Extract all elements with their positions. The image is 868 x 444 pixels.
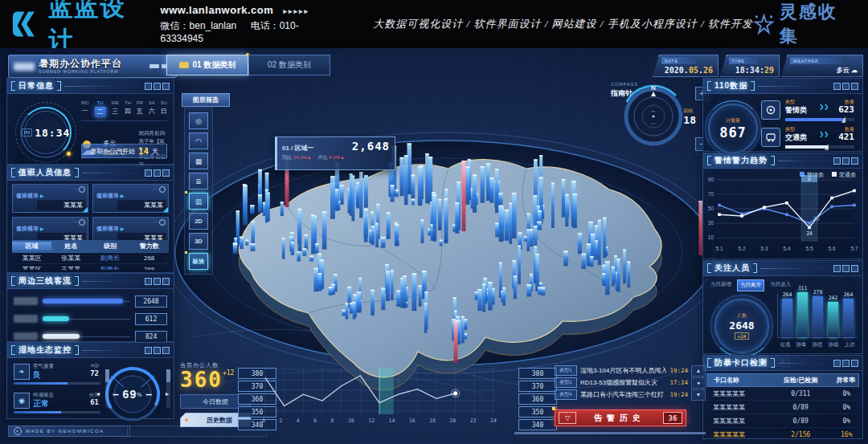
panel-minimize-icon[interactable] — [833, 265, 841, 272]
tooltip-region: 01 / 区域一 — [282, 144, 314, 153]
alert-list: 类型1湿地3-104片区有不明人员闯入19:24▲类型2RD13-53烟感报警疑… — [555, 365, 706, 401]
panel-fullscreen-icon[interactable] — [162, 278, 170, 285]
toggle-3D-button[interactable]: 3D — [189, 233, 208, 250]
compass-north: N — [651, 84, 656, 92]
panel-fullscreen-icon[interactable] — [162, 83, 170, 90]
bottom-scrollbar-thumb[interactable] — [514, 432, 706, 434]
ellipsis-icon: ··· — [154, 186, 158, 191]
weekday-TH[interactable]: TH四 — [125, 100, 131, 117]
panel-window-icon[interactable] — [154, 278, 161, 285]
flow-value: 2648 — [135, 295, 167, 308]
checkpoint-row[interactable]: 某某某某某0/890% — [706, 414, 859, 428]
weekday-SU[interactable]: SU日 — [161, 100, 167, 117]
panel-fullscreen-icon[interactable] — [851, 157, 858, 165]
panel-window-icon[interactable] — [842, 265, 850, 272]
focus-tab[interactable]: 当日离开 — [737, 279, 764, 291]
website-link[interactable]: www.lanlanwork.com — [161, 4, 274, 16]
panel-minimize-icon[interactable] — [145, 347, 152, 354]
focus-tab[interactable]: 当日进入 — [768, 279, 793, 291]
tab-data-category-1[interactable]: 01 数据类别 — [166, 55, 248, 75]
notice-suffix: 天 — [152, 147, 158, 156]
gauge-rail-right[interactable] — [166, 369, 170, 408]
bar-column: 311 — [796, 285, 809, 337]
office-xtick: 18 — [429, 418, 436, 424]
lanlan-logo-icon — [11, 8, 42, 40]
flow-bar-track — [43, 297, 130, 305]
office-ytick: 360 — [518, 393, 557, 405]
focus-tab[interactable]: 当日新增 — [708, 279, 734, 291]
alert-row[interactable]: 类型2RD13-53烟感报警疑似火灾17:24● — [555, 377, 706, 389]
bottom-scrollbar-track[interactable] — [265, 432, 706, 434]
panel-window-icon[interactable] — [842, 83, 850, 90]
scroll-dot-icon[interactable]: ● — [691, 377, 706, 389]
panel-minimize-icon[interactable] — [145, 278, 152, 285]
duty-name: 某某某 — [37, 200, 85, 210]
weekday-WE[interactable]: WE三 — [111, 100, 119, 117]
weekday-TU[interactable]: TU二 — [95, 100, 106, 117]
panel-fullscreen-icon[interactable] — [851, 83, 858, 90]
panel-title: 110数据 — [714, 80, 747, 92]
gauge-rail-left[interactable] — [105, 369, 109, 408]
metric-status: 良 — [33, 369, 41, 381]
toggle-2D-button[interactable]: 2D — [189, 213, 208, 230]
panel-minimize-icon[interactable] — [833, 83, 841, 90]
scroll-down-icon[interactable]: ▼ — [691, 389, 706, 401]
panel-fullscreen-icon[interactable] — [162, 347, 170, 354]
panel-fullscreen-icon[interactable] — [851, 360, 858, 367]
bar — [828, 302, 838, 337]
office-yaxis-right: 380370360350340 — [518, 368, 557, 432]
location-layer-button[interactable]: ◎ — [189, 112, 208, 129]
weekday-FR[interactable]: FR五 — [137, 100, 143, 117]
table-row[interactable]: 某某区张某某副局长268 — [12, 253, 169, 264]
banner-contact: www.lanlanwork.com ▸▸▸▸▸ 微信：ben_lanlan 电… — [161, 4, 346, 44]
office-xtick: 0 — [262, 418, 265, 424]
compass-widget: COMPASS 指南针 N ︿ ﹀ + − 层级 18 — [608, 80, 710, 154]
radar-layer-button[interactable]: ◠ — [189, 132, 208, 149]
clock-face: PM18:34 — [24, 111, 68, 154]
grid-layer-button[interactable]: ▦ — [189, 153, 208, 169]
weekday-MO[interactable]: MO一 — [81, 100, 89, 117]
duty-card[interactable]: 值班领导▶···某某某 — [92, 184, 169, 213]
checkpoint-row[interactable]: 某某某某某0/3110% — [706, 387, 859, 401]
panel-window-icon[interactable] — [842, 360, 850, 367]
alert-row[interactable]: 类型4某路口有小汽车连闯三个红灯19:24▼ — [555, 389, 706, 401]
bar — [843, 299, 854, 337]
checkpoint-row[interactable]: 某某某某某2/15616% — [706, 428, 859, 442]
scroll-up-icon[interactable]: ▲ — [691, 365, 706, 377]
toggle-板块-button[interactable]: 板块 — [189, 253, 208, 270]
eco-metric-noise: ◉环境噪音正常分贝61 — [14, 392, 100, 418]
panel-window-icon[interactable] — [154, 169, 161, 177]
panel-window-icon[interactable] — [154, 83, 161, 90]
alert-history-banner[interactable]: ▽ 告警历史 36 — [555, 409, 686, 426]
chevrons-icon: ❯❯ — [819, 104, 829, 110]
panel-minimize-icon[interactable] — [833, 360, 841, 367]
panel-fullscreen-icon[interactable] — [851, 265, 858, 272]
chart-layer-button[interactable]: ▥ — [189, 193, 208, 210]
panel-window-icon[interactable] — [154, 347, 161, 354]
weekday-SA[interactable]: SA六 — [149, 100, 155, 117]
panel-title: 周边三线客流 — [18, 275, 72, 287]
table-cell: 268 — [129, 266, 169, 270]
office-xtick: 16 — [409, 418, 416, 424]
duty-cards: 值班领导▶···某某某值班领导▶···某某某值班领导▶···某某某值班领导▶··… — [12, 184, 169, 246]
clock-meridiem: PM — [22, 128, 33, 136]
panel-title: 关注人员 — [714, 263, 750, 274]
panel-fullscreen-icon[interactable] — [162, 169, 170, 177]
list-layer-button[interactable]: ≣ — [189, 173, 208, 189]
alert-row[interactable]: 类型1湿地3-104片区有不明人员闯入19:24▲ — [555, 365, 706, 377]
panel-minimize-icon[interactable] — [833, 157, 841, 165]
panel-window-icon[interactable] — [842, 157, 850, 165]
office-xtick: 6 — [313, 418, 317, 424]
tab-data-category-2[interactable]: 02 数据类别 — [248, 55, 330, 75]
checkpoint-row[interactable]: 某某某某某0/890% — [706, 401, 859, 414]
camera-icon — [159, 186, 166, 193]
compass-dial[interactable]: N ︿ ﹀ — [619, 82, 688, 151]
svg-text:24: 24 — [806, 230, 813, 236]
panel-minimize-icon[interactable] — [145, 83, 152, 90]
duty-card[interactable]: 值班领导▶···某某某 — [12, 184, 88, 213]
panel-minimize-icon[interactable] — [145, 169, 152, 177]
table-row[interactable]: 某某区王某某副局长268 — [12, 264, 169, 270]
category-value: 623 — [838, 104, 854, 115]
made-by-text: MADE BY NEHOMMICOA — [26, 429, 104, 434]
inspiration-collect[interactable]: 灵感收集 — [753, 0, 854, 48]
